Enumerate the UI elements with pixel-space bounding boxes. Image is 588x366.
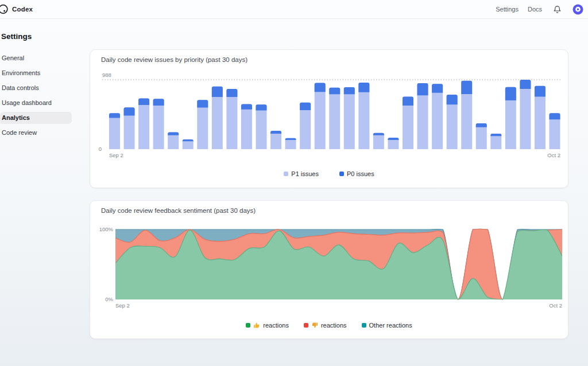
svg-text:Oct 2: Oct 2 bbox=[549, 302, 562, 309]
legend-swatch bbox=[246, 323, 250, 328]
top-bar: Codex Settings Docs bbox=[0, 0, 588, 19]
legend-item: Other reactions bbox=[362, 322, 412, 329]
legend-item: P0 issues bbox=[339, 170, 374, 177]
legend-swatch bbox=[284, 172, 288, 176]
issues-legend: P1 issuesP0 issues bbox=[90, 170, 568, 177]
legend-item: P1 issues bbox=[284, 170, 319, 177]
legend-swatch bbox=[339, 172, 344, 176]
sidebar-item-general[interactable]: General bbox=[0, 52, 72, 64]
notification-bell-icon[interactable] bbox=[551, 3, 563, 15]
svg-text:988: 988 bbox=[102, 72, 111, 78]
sidebar-item-code-review[interactable]: Code review bbox=[0, 127, 72, 139]
account-avatar[interactable] bbox=[572, 3, 583, 15]
sentiment-legend: reactionsreactionsOther reactions bbox=[90, 322, 568, 329]
legend-label: reactions bbox=[263, 322, 289, 329]
legend-swatch bbox=[304, 323, 308, 328]
sidebar-item-environments[interactable]: Environments bbox=[0, 67, 72, 79]
issues-bar-chart: 9880Sep 2Oct 2 bbox=[90, 50, 568, 188]
feedback-sentiment-card: Daily code review feedback sentiment (pa… bbox=[90, 200, 568, 339]
legend-label: Other reactions bbox=[369, 322, 412, 329]
legend-swatch bbox=[362, 323, 366, 328]
codex-logo-icon bbox=[0, 3, 9, 15]
thumbs-down-icon bbox=[311, 322, 318, 329]
brand[interactable]: Codex bbox=[0, 0, 33, 18]
legend-label: P1 issues bbox=[291, 170, 319, 177]
legend-item: reactions bbox=[304, 322, 347, 329]
svg-text:0%: 0% bbox=[105, 296, 113, 302]
sidebar: Settings General Environments Data contr… bbox=[0, 32, 74, 142]
legend-label: P0 issues bbox=[347, 170, 374, 177]
brand-label: Codex bbox=[12, 6, 33, 13]
issues-by-priority-card: Daily code review issues by priority (pa… bbox=[90, 49, 568, 188]
svg-text:100%: 100% bbox=[99, 226, 114, 232]
svg-text:Sep 2: Sep 2 bbox=[115, 302, 130, 309]
sentiment-area-chart: 100%0%Sep 2Oct 2 bbox=[90, 201, 568, 338]
sidebar-item-data-controls[interactable]: Data controls bbox=[0, 82, 72, 94]
sidebar-item-analytics[interactable]: Analytics bbox=[0, 112, 72, 124]
nav-docs-link[interactable]: Docs bbox=[528, 6, 542, 13]
page-title: Settings bbox=[1, 32, 74, 41]
svg-text:0: 0 bbox=[99, 146, 102, 152]
svg-text:Sep 2: Sep 2 bbox=[109, 152, 123, 158]
legend-item: reactions bbox=[246, 322, 289, 329]
legend-label: reactions bbox=[321, 322, 347, 329]
top-nav: Settings Docs bbox=[496, 3, 588, 15]
nav-settings-link[interactable]: Settings bbox=[496, 6, 519, 13]
sidebar-item-usage-dashboard[interactable]: Usage dashboard bbox=[0, 97, 72, 109]
svg-text:Oct 2: Oct 2 bbox=[547, 152, 560, 158]
avatar-logo-icon bbox=[572, 4, 583, 15]
thumbs-up-icon bbox=[253, 322, 260, 329]
